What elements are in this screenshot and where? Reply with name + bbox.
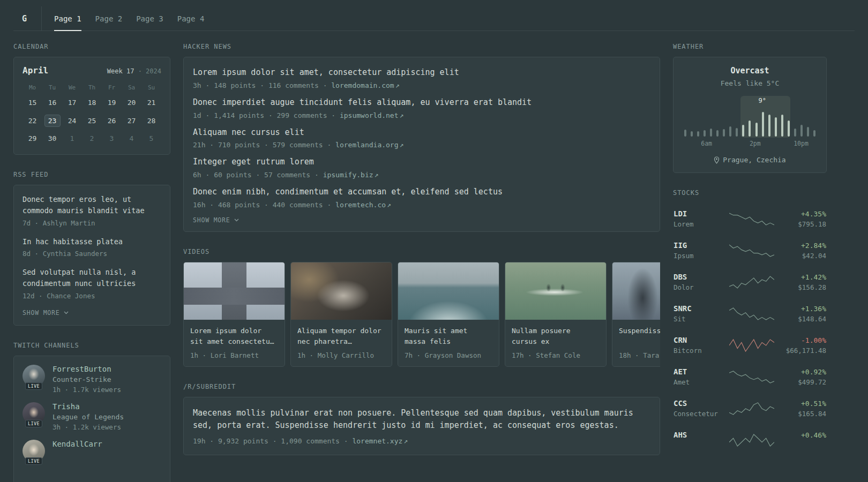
calendar-card: April Week 17 · 2024 Mo Tu We Th Fr Sa S… bbox=[13, 57, 170, 155]
calendar-day: 28 bbox=[141, 115, 161, 127]
stock-change: -1.00% bbox=[779, 336, 826, 344]
stock-name: Dolor bbox=[674, 283, 724, 291]
video-card[interactable]: Nullam posuere cursus ex 17h · Stefan Co… bbox=[505, 262, 607, 367]
right-column: WEATHER Overcast Feels like 5°C 9° 6am 2… bbox=[673, 43, 827, 472]
channel-name[interactable]: ForrestBurton bbox=[53, 365, 121, 373]
video-card[interactable]: Aliquam tempor dolor nec pharetra… 1h · … bbox=[290, 262, 392, 367]
video-meta: 17h · Stefan Cole bbox=[512, 351, 600, 359]
video-thumbnail bbox=[505, 262, 606, 320]
stock-row[interactable]: LDILorem +4.35%$795.18 bbox=[673, 203, 827, 235]
hn-item-title[interactable]: Aliquam nec cursus elit bbox=[193, 127, 650, 139]
video-thumbnail bbox=[398, 262, 499, 320]
stock-row[interactable]: CCSConsectetur +0.51%$165.84 bbox=[673, 393, 827, 424]
hn-item: Lorem ipsum dolor sit amet, consectetur … bbox=[193, 67, 650, 89]
hn-item: Donec imperdiet augue tincidunt felis al… bbox=[193, 97, 650, 119]
external-link-icon: ↗ bbox=[375, 171, 379, 179]
video-title: Aliquam tempor dolor nec pharetra… bbox=[297, 326, 385, 348]
rss-widget-title: RSS FEED bbox=[13, 171, 170, 178]
tab-page-3[interactable]: Page 3 bbox=[129, 6, 170, 31]
weather-card: Overcast Feels like 5°C 9° 6am 2pm 10pm … bbox=[673, 57, 827, 173]
tab-page-1[interactable]: Page 1 bbox=[47, 6, 88, 31]
rss-item[interactable]: Sed volutpat nulla nisl, a condimentum n… bbox=[23, 267, 161, 300]
tab-page-2[interactable]: Page 2 bbox=[88, 6, 130, 31]
twitch-channel-row[interactable]: LIVE KendallCarr bbox=[23, 440, 161, 471]
weekday-label: Tu bbox=[42, 84, 62, 91]
external-link-icon: ↗ bbox=[387, 201, 391, 209]
channel-name[interactable]: Trisha bbox=[53, 402, 124, 411]
hn-item-title[interactable]: Donec enim nibh, condimentum et accumsan… bbox=[193, 186, 650, 198]
stock-change: +0.51% bbox=[779, 400, 826, 408]
hn-item: Donec enim nibh, condimentum et accumsan… bbox=[193, 186, 650, 209]
stock-change: +1.36% bbox=[779, 305, 826, 313]
peak-temperature-label: 9° bbox=[759, 97, 766, 104]
weather-time-labels: 6am 2pm 10pm bbox=[684, 140, 815, 148]
weather-condition: Overcast bbox=[683, 66, 817, 76]
video-thumbnail bbox=[291, 262, 392, 320]
rss-item[interactable]: Donec tempor eros leo, ut commodo mauris… bbox=[23, 194, 161, 227]
hn-item-title[interactable]: Donec imperdiet augue tincidunt felis al… bbox=[193, 97, 650, 109]
stock-name: Amet bbox=[674, 378, 724, 386]
weather-location[interactable]: Prague, Czechia bbox=[683, 156, 817, 164]
stock-row[interactable]: CRNBitcorn -1.00%$66,171.48 bbox=[673, 329, 827, 361]
live-badge: LIVE bbox=[25, 420, 42, 427]
stock-symbol: AET bbox=[674, 367, 724, 376]
calendar-header: April Week 17 · 2024 bbox=[23, 65, 161, 76]
calendar-month: April bbox=[23, 65, 48, 76]
twitch-channel-row[interactable]: LIVE ForrestBurton Counter-Strike 1h · 1… bbox=[23, 365, 161, 394]
rss-item[interactable]: In hac habitasse platea 8d · Cynthia Sau… bbox=[23, 236, 161, 258]
subreddit-post-title[interactable]: Maecenas mollis pulvinar erat non posuer… bbox=[193, 407, 650, 432]
rss-item-title[interactable]: Donec tempor eros leo, ut commodo mauris… bbox=[23, 194, 161, 217]
twitch-channel-row[interactable]: LIVE Trisha League of Legends 3h · 1.2k … bbox=[23, 402, 161, 431]
hn-item-meta: 6h · 60 points · 57 comments · ipsumify.… bbox=[193, 171, 650, 179]
rss-item-title[interactable]: Sed volutpat nulla nisl, a condimentum n… bbox=[23, 267, 161, 290]
stock-row[interactable]: AHS +0.46% bbox=[673, 424, 827, 456]
video-title: Suspendisse diam bbox=[619, 326, 660, 348]
app-logo[interactable]: G bbox=[13, 6, 42, 31]
hn-item-domain-link[interactable]: loremlandia.org bbox=[335, 141, 398, 149]
hn-show-more-button[interactable]: SHOW MORE bbox=[193, 216, 650, 224]
subreddit-post-meta: 19h · 9,932 points · 1,090 comments · lo… bbox=[193, 437, 650, 445]
rss-item-meta: 12d · Chance Jones bbox=[23, 292, 161, 300]
middle-column: HACKER NEWS Lorem ipsum dolor sit amet, … bbox=[183, 43, 660, 471]
rss-item-meta: 8d · Cynthia Saunders bbox=[23, 250, 161, 258]
calendar-day: 21 bbox=[141, 97, 161, 109]
calendar-widget-title: CALENDAR bbox=[13, 43, 170, 50]
hn-item-domain-link[interactable]: loremdomain.com bbox=[331, 81, 394, 89]
video-card[interactable]: Suspendisse diam 18h · Tara bbox=[612, 262, 660, 367]
channel-name[interactable]: KendallCarr bbox=[53, 440, 102, 448]
rss-card: Donec tempor eros leo, ut commodo mauris… bbox=[13, 185, 170, 326]
rss-show-more-button[interactable]: SHOW MORE bbox=[23, 309, 161, 317]
stocks-widget: STOCKS LDILorem +4.35%$795.18 IIGIpsum +… bbox=[673, 189, 827, 456]
stock-row[interactable]: AETAmet +0.92%$499.72 bbox=[673, 361, 827, 393]
calendar-day: 17 bbox=[62, 97, 82, 109]
hacker-news-widget: HACKER NEWS Lorem ipsum dolor sit amet, … bbox=[183, 43, 660, 232]
stock-sparkline bbox=[724, 275, 779, 289]
stock-row[interactable]: IIGIpsum +2.84%$42.04 bbox=[673, 235, 827, 266]
hn-item-domain-link[interactable]: ipsumify.biz bbox=[323, 171, 373, 179]
stock-change: +0.46% bbox=[779, 431, 826, 439]
stock-row[interactable]: DBSDolor +1.42%$156.28 bbox=[673, 266, 827, 298]
hn-item-title[interactable]: Integer eget rutrum lorem bbox=[193, 156, 650, 168]
hn-item-domain-link[interactable]: ipsumworld.net bbox=[340, 111, 399, 119]
weather-widget-title: WEATHER bbox=[673, 43, 827, 50]
external-link-icon: ↗ bbox=[400, 111, 404, 119]
hn-item-title[interactable]: Lorem ipsum dolor sit amet, consectetur … bbox=[193, 67, 650, 79]
video-card[interactable]: Mauris sit amet massa felis 7h · Grayson… bbox=[398, 262, 499, 367]
video-meta: 18h · Tara bbox=[619, 351, 660, 359]
video-card[interactable]: Lorem ipsum dolor sit amet consectetu… 1… bbox=[183, 262, 285, 367]
channel-avatar: LIVE bbox=[23, 365, 45, 387]
hn-item-domain-link[interactable]: loremtech.co bbox=[335, 201, 386, 209]
rss-widget: RSS FEED Donec tempor eros leo, ut commo… bbox=[13, 171, 170, 326]
subreddit-domain-link[interactable]: loremnet.xyz bbox=[352, 437, 402, 445]
external-link-icon: ↗ bbox=[403, 437, 408, 445]
stock-change: +0.92% bbox=[779, 368, 826, 376]
calendar-day: 25 bbox=[82, 115, 102, 127]
channel-game bbox=[53, 450, 102, 460]
stock-sparkline bbox=[724, 244, 779, 258]
calendar-grid: Mo Tu We Th Fr Sa Su 15 16 17 18 19 20 2… bbox=[23, 84, 161, 145]
tab-page-4[interactable]: Page 4 bbox=[170, 6, 212, 31]
stock-row[interactable]: SNRCSit +1.36%$148.64 bbox=[673, 298, 827, 329]
stock-symbol: CRN bbox=[674, 336, 724, 344]
rss-item-title[interactable]: In hac habitasse platea bbox=[23, 236, 161, 247]
weather-widget: WEATHER Overcast Feels like 5°C 9° 6am 2… bbox=[673, 43, 827, 173]
